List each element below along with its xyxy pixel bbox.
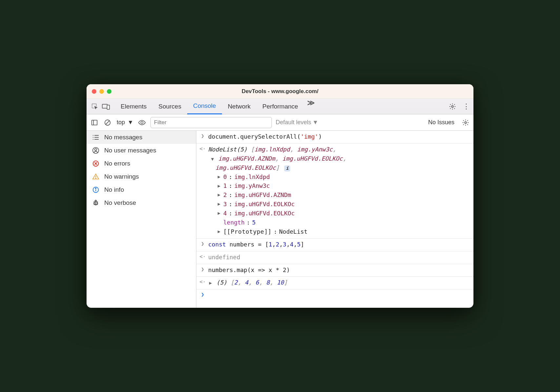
log-levels-dropdown[interactable]: Default levels ▼: [276, 119, 318, 126]
expand-icon[interactable]: [217, 201, 221, 208]
prompt-icon: ❯: [200, 291, 206, 298]
list-item: img.yAnw3c: [297, 146, 332, 153]
settings-icon[interactable]: [448, 102, 457, 111]
titlebar: DevTools - www.google.com/: [87, 84, 473, 99]
list-item: img.lnXdpd: [254, 146, 290, 153]
sidebar-item-verbose[interactable]: No verbose: [87, 196, 196, 209]
filter-input[interactable]: [150, 117, 272, 128]
prompt-icon: ❯: [200, 240, 206, 247]
more-icon[interactable]: ⋮: [462, 102, 471, 111]
sidebar-item-warnings[interactable]: No warnings: [87, 170, 196, 183]
code-text: ): [318, 133, 322, 140]
tab-performance[interactable]: Performance: [256, 99, 304, 114]
live-expression-icon[interactable]: [137, 118, 147, 127]
info-icon: [92, 186, 100, 194]
user-icon: [92, 147, 100, 154]
tree-prototype[interactable]: [[Prototype]]: NodeList: [217, 227, 470, 236]
sidebar-item-label: No warnings: [104, 173, 139, 180]
console-input-row[interactable]: ❯ numbers.map(x => x * 2): [196, 264, 473, 277]
expand-toggle[interactable]: [210, 156, 215, 163]
svg-rect-1: [102, 104, 107, 108]
window-title: DevTools - www.google.com/: [87, 88, 473, 95]
expand-icon[interactable]: [217, 210, 221, 217]
tree-entry[interactable]: 1: img.yAnw3c: [217, 181, 470, 190]
toggle-sidebar-icon[interactable]: [90, 118, 99, 127]
dropdown-icon: ▼: [312, 119, 318, 126]
sidebar-item-label: No errors: [104, 160, 130, 167]
list-icon: [92, 133, 100, 141]
list-item: img.uHGFVd.EOLKOc: [282, 155, 343, 162]
sidebar-item-errors[interactable]: No errors: [87, 157, 196, 170]
console-prompt-row[interactable]: ❯: [196, 289, 473, 300]
code-text: numbers.map(x => x * 2): [208, 265, 470, 275]
console-toolbar: top ▼ Default levels ▼ No Issues: [87, 114, 473, 131]
list-item: img.uHGFVd.AZNDm: [218, 155, 275, 162]
info-badge-icon[interactable]: i: [284, 166, 290, 171]
sidebar-item-info[interactable]: No info: [87, 183, 196, 196]
svg-line-7: [106, 121, 110, 124]
svg-point-9: [465, 122, 467, 124]
dropdown-icon: ▼: [128, 119, 133, 126]
expand-icon[interactable]: [217, 173, 221, 181]
console-output-row[interactable]: <· (5) [2, 4, 6, 8, 10]: [196, 277, 473, 289]
warning-icon: [92, 173, 100, 181]
console-output-row[interactable]: <· NodeList(5) [img.lnXdpd, img.yAnw3c, …: [196, 144, 473, 239]
console-content: No messages No user messages No errors N…: [87, 131, 473, 308]
code-text: document.querySelectorAll(: [208, 133, 301, 140]
svg-rect-4: [92, 120, 97, 125]
result-icon: <·: [200, 253, 206, 260]
svg-point-17: [95, 148, 97, 150]
device-mode-icon[interactable]: [100, 103, 111, 110]
tree-entry[interactable]: 3: img.uHGFVd.EOLKOc: [217, 200, 470, 209]
console-input-row[interactable]: ❯ document.querySelectorAll('img'): [196, 131, 473, 144]
context-selector[interactable]: top ▼: [116, 119, 133, 126]
tabs-overflow-button[interactable]: ≫: [304, 99, 318, 114]
prompt-icon: ❯: [200, 132, 206, 139]
result-icon: <·: [200, 145, 206, 152]
tree-entry[interactable]: 2: img.uHGFVd.AZNDm: [217, 190, 470, 200]
svg-point-8: [141, 121, 143, 124]
tree-entry[interactable]: 4: img.uHGFVd.EOLKOc: [217, 209, 470, 218]
prompt-icon: ❯: [200, 265, 206, 272]
result-icon: <·: [200, 278, 206, 285]
code-string: 'img': [301, 133, 318, 140]
expand-icon[interactable]: [208, 280, 213, 287]
levels-label: Default levels: [276, 119, 311, 126]
tab-elements[interactable]: Elements: [115, 99, 152, 114]
expand-icon[interactable]: [217, 191, 221, 199]
tab-network[interactable]: Network: [222, 99, 257, 114]
console-input-row[interactable]: ❯ const numbers = [1,2,3,4,5]: [196, 239, 473, 251]
keyword: const: [208, 241, 226, 248]
close-window-button[interactable]: [92, 89, 96, 94]
expand-icon[interactable]: [217, 183, 221, 190]
tab-console[interactable]: Console: [187, 99, 222, 114]
console-sidebar: No messages No user messages No errors N…: [87, 131, 196, 308]
console-output: ❯ document.querySelectorAll('img') <· No…: [196, 131, 473, 308]
nodelist-head: NodeList(5): [208, 146, 247, 153]
tab-sources[interactable]: Sources: [152, 99, 187, 114]
console-settings-icon[interactable]: [461, 118, 470, 127]
zoom-window-button[interactable]: [107, 89, 111, 94]
nodelist-tree: 0: img.lnXdpd 1: img.yAnw3c 2: img.uHGFV…: [208, 172, 470, 236]
sidebar-item-user-messages[interactable]: No user messages: [87, 144, 196, 157]
sidebar-item-label: No user messages: [104, 147, 156, 154]
sidebar-item-messages[interactable]: No messages: [87, 131, 196, 144]
svg-rect-2: [107, 105, 110, 109]
minimize-window-button[interactable]: [99, 89, 104, 94]
inspect-element-icon[interactable]: [89, 103, 100, 110]
devtools-window: DevTools - www.google.com/ Elements Sour…: [87, 84, 473, 308]
error-icon: [92, 160, 100, 167]
clear-console-icon[interactable]: [103, 118, 112, 127]
tree-length: length: 5: [217, 218, 470, 227]
tree-entry[interactable]: 0: img.lnXdpd: [217, 172, 470, 182]
expand-icon[interactable]: [217, 228, 221, 235]
list-item: img.uHGFVd.EOLKOc: [215, 164, 276, 171]
context-label: top: [117, 119, 125, 126]
svg-point-22: [95, 178, 96, 179]
bug-icon: [92, 199, 100, 207]
issues-indicator[interactable]: No Issues: [428, 119, 454, 126]
main-tab-strip: Elements Sources Console Network Perform…: [87, 99, 473, 114]
sidebar-item-label: No messages: [104, 134, 142, 141]
sidebar-item-label: No verbose: [104, 199, 136, 206]
console-output-row: <· undefined: [196, 251, 473, 264]
